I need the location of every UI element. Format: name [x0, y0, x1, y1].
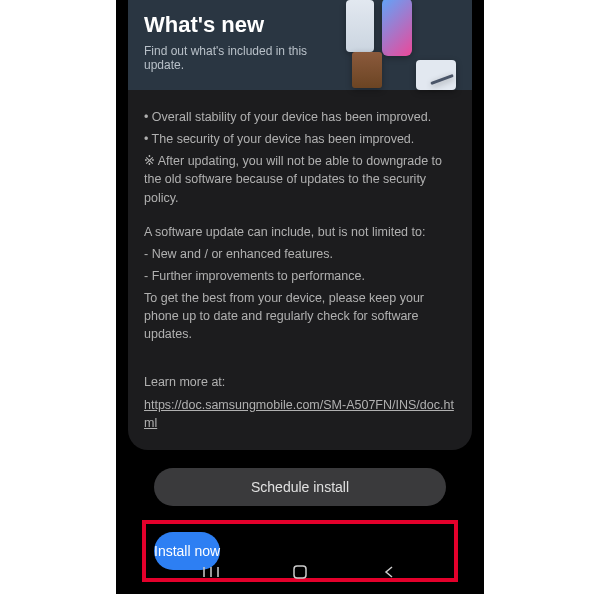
- bullet-security: • The security of your device has been i…: [144, 130, 456, 148]
- home-button[interactable]: [280, 557, 320, 587]
- include-item-features: - New and / or enhanced features.: [144, 245, 456, 263]
- update-description: • Overall stability of your device has b…: [128, 90, 472, 432]
- downgrade-warning: ※ After updating, you will not be able t…: [144, 152, 456, 206]
- include-outro: To get the best from your device, please…: [144, 289, 456, 343]
- home-icon: [292, 564, 308, 580]
- back-icon: [383, 564, 395, 580]
- schedule-install-button[interactable]: Schedule install: [154, 468, 446, 506]
- back-button[interactable]: [369, 557, 409, 587]
- svg-rect-3: [294, 566, 306, 578]
- promo-image-phone-gradient: [382, 0, 412, 56]
- header-decorative-images: [334, 0, 464, 100]
- include-intro: A software update can include, but is no…: [144, 223, 456, 241]
- recents-button[interactable]: [191, 557, 231, 587]
- bullet-stability: • Overall stability of your device has b…: [144, 108, 456, 126]
- recents-icon: [202, 565, 220, 579]
- phone-screen: What's new Find out what's included in t…: [116, 0, 484, 594]
- header-subtitle: Find out what's included in this update.: [144, 44, 344, 72]
- promo-image-videocall: [352, 52, 382, 88]
- whats-new-header: What's new Find out what's included in t…: [128, 0, 472, 90]
- navigation-bar: [116, 554, 484, 590]
- include-item-performance: - Further improvements to performance.: [144, 267, 456, 285]
- learn-more-link[interactable]: https://doc.samsungmobile.com/SM-A507FN/…: [144, 398, 454, 430]
- promo-image-phone: [346, 0, 374, 52]
- learn-more-label: Learn more at:: [144, 373, 456, 391]
- update-card: What's new Find out what's included in t…: [128, 0, 472, 450]
